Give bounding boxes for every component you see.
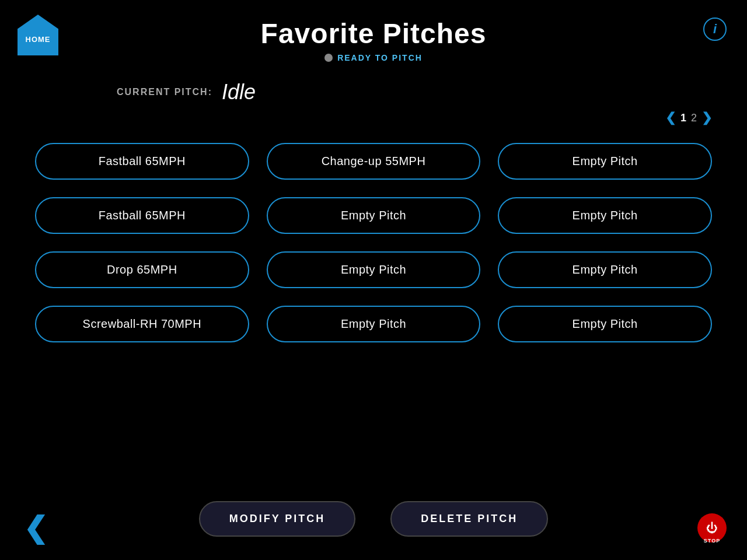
pitch-button-6[interactable]: Drop 65MPH xyxy=(35,251,249,288)
current-pitch-row: CURRENT PITCH: Idle xyxy=(0,80,747,104)
pitch-button-1[interactable]: Change-up 55MPH xyxy=(267,143,481,180)
pitch-button-4[interactable]: Empty Pitch xyxy=(267,197,481,234)
stop-icon: ⏻ xyxy=(706,522,718,535)
pitch-button-5[interactable]: Empty Pitch xyxy=(498,197,712,234)
page-header: Favorite Pitches READY TO PITCH xyxy=(0,0,747,62)
pitch-button-3[interactable]: Fastball 65MPH xyxy=(35,197,249,234)
modify-pitch-button[interactable]: MODIFY PITCH xyxy=(199,501,356,537)
pitch-button-8[interactable]: Empty Pitch xyxy=(498,251,712,288)
pagination: ❮ 1 2 ❯ xyxy=(0,110,747,125)
page-title: Favorite Pitches xyxy=(261,18,487,50)
page-2[interactable]: 2 xyxy=(691,112,697,124)
current-pitch-value: Idle xyxy=(222,80,256,104)
pitch-grid: Fastball 65MPHChange-up 55MPHEmpty Pitch… xyxy=(0,131,747,354)
delete-pitch-button[interactable]: DELETE PITCH xyxy=(390,501,548,537)
back-button[interactable]: ❮ xyxy=(23,513,48,542)
stop-button[interactable]: ⏻ STOP xyxy=(697,513,727,542)
status-text: READY TO PITCH xyxy=(337,53,423,62)
pitch-button-7[interactable]: Empty Pitch xyxy=(267,251,481,288)
current-pitch-label: CURRENT PITCH: xyxy=(117,87,212,97)
pitch-button-10[interactable]: Empty Pitch xyxy=(267,306,481,342)
bottom-controls: MODIFY PITCH DELETE PITCH xyxy=(0,501,747,537)
status-row: READY TO PITCH xyxy=(324,53,423,62)
page-1[interactable]: 1 xyxy=(680,112,686,124)
pagination-next[interactable]: ❯ xyxy=(701,110,712,125)
pitch-button-2[interactable]: Empty Pitch xyxy=(498,143,712,180)
status-dot xyxy=(324,54,333,62)
stop-label: STOP xyxy=(704,538,720,544)
pagination-prev[interactable]: ❮ xyxy=(665,110,676,125)
pitch-button-0[interactable]: Fastball 65MPH xyxy=(35,143,249,180)
pitch-button-11[interactable]: Empty Pitch xyxy=(498,306,712,342)
pitch-button-9[interactable]: Screwball-RH 70MPH xyxy=(35,306,249,342)
